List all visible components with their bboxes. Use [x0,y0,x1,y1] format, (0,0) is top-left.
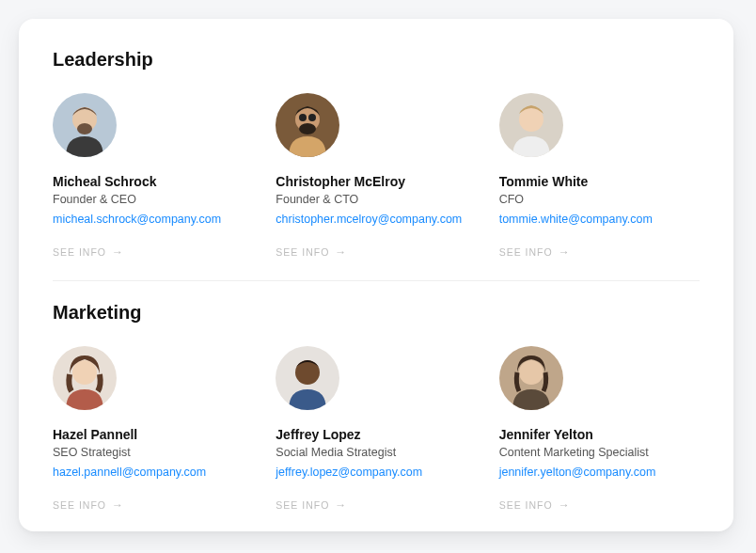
member-name: Jennifer Yelton [499,427,700,442]
member-role: SEO Strategist [53,446,253,459]
see-info-link[interactable]: SEE INFO → [499,498,571,512]
member-name: Jeffrey Lopez [276,427,476,442]
member-card: Micheal Schrock Founder & CEO micheal.sc… [53,93,253,260]
member-role: Founder & CEO [53,193,253,206]
arrow-right-icon: → [112,245,124,259]
see-info-label: SEE INFO [53,499,106,511]
avatar [276,93,339,157]
svg-point-1 [77,123,92,134]
avatar [53,93,117,157]
see-info-link[interactable]: SEE INFO → [53,498,124,512]
arrow-right-icon: → [559,245,571,259]
member-name: Hazel Pannell [53,427,253,442]
member-email[interactable]: jeffrey.lopez@company.com [276,466,422,479]
avatar [499,346,563,410]
team-card: Leadership Micheal Schrock Founder & CEO… [19,19,733,531]
member-name: Christopher McElroy [276,174,476,189]
member-card: Hazel Pannell SEO Strategist hazel.panne… [53,346,253,513]
member-email[interactable]: christopher.mcelroy@company.com [276,213,462,226]
see-info-label: SEE INFO [499,499,553,511]
see-info-label: SEE INFO [499,246,553,258]
svg-point-9 [519,360,543,385]
see-info-link[interactable]: SEE INFO → [276,498,347,512]
member-email[interactable]: jennifer.yelton@company.com [499,466,656,479]
arrow-right-icon: → [112,498,124,512]
member-email[interactable]: hazel.pannell@company.com [53,466,206,479]
see-info-link[interactable]: SEE INFO → [276,245,347,259]
avatar [53,346,117,410]
see-info-label: SEE INFO [276,246,329,258]
section-title-leadership: Leadership [53,49,700,71]
svg-point-3 [299,114,307,121]
member-role: Content Marketing Specialist [499,446,700,459]
arrow-right-icon: → [559,498,571,512]
section-divider [53,280,700,281]
member-role: Founder & CTO [276,193,476,206]
avatar [276,346,339,410]
section-title-marketing: Marketing [53,302,700,324]
leadership-grid: Micheal Schrock Founder & CEO micheal.sc… [53,93,700,260]
member-name: Micheal Schrock [53,174,253,189]
member-name: Tommie White [499,174,700,189]
member-role: Social Media Strategist [276,446,476,459]
member-role: CFO [499,193,700,206]
member-card: Jennifer Yelton Content Marketing Specia… [499,346,700,513]
arrow-right-icon: → [335,498,347,512]
svg-point-4 [308,114,316,121]
see-info-label: SEE INFO [276,499,329,511]
marketing-grid: Hazel Pannell SEO Strategist hazel.panne… [53,346,700,513]
svg-point-5 [299,123,316,134]
arrow-right-icon: → [335,245,347,259]
see-info-label: SEE INFO [53,246,106,258]
member-card: Christopher McElroy Founder & CTO christ… [276,93,476,260]
see-info-link[interactable]: SEE INFO → [53,245,124,259]
member-card: Tommie White CFO tommie.white@company.co… [499,93,700,260]
svg-point-7 [72,360,97,385]
member-email[interactable]: micheal.schrock@company.com [53,213,221,226]
avatar [499,93,563,157]
see-info-link[interactable]: SEE INFO → [499,245,571,259]
member-email[interactable]: tommie.white@company.com [499,213,653,226]
member-card: Jeffrey Lopez Social Media Strategist je… [276,346,476,513]
